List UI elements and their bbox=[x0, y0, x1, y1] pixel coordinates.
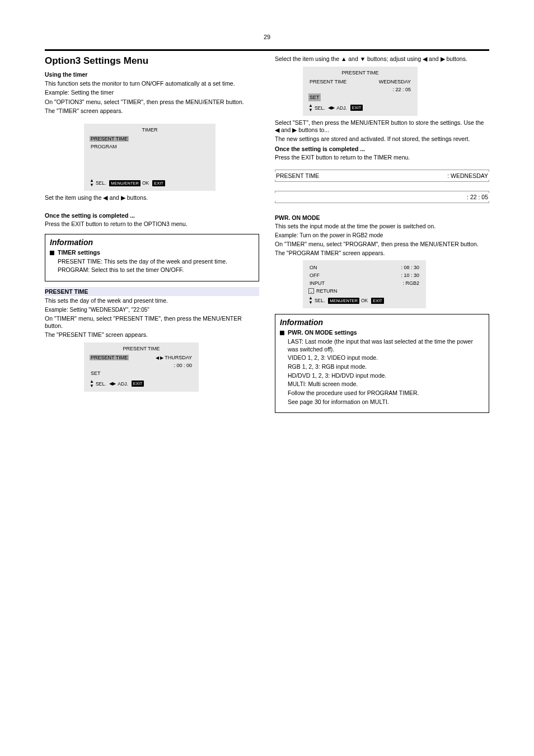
osd-hint-sel: SEL. bbox=[96, 381, 106, 387]
osd-hint-sel: SEL. bbox=[315, 298, 325, 303]
osd-row-selected: SET bbox=[308, 93, 412, 101]
osd-label: PRESENT TIME bbox=[308, 79, 346, 84]
info-heading: TIMER settings bbox=[58, 249, 227, 257]
left-column: Option3 Settings Menu Using the timer Th… bbox=[45, 55, 259, 413]
set-note: The new settings are stored and activate… bbox=[275, 135, 489, 143]
exit-btn-icon: EXIT bbox=[350, 105, 363, 111]
info-line: LAST: Last mode (the input that was last… bbox=[288, 338, 484, 353]
osd-value: : 22 : 05 bbox=[392, 87, 412, 92]
osd-row: : 22 : 05 bbox=[308, 86, 412, 93]
updown-icon: ▲▼ bbox=[308, 104, 313, 112]
info-box: Information PWR. ON MODE settings LAST: … bbox=[275, 314, 489, 413]
menu-enter-btn-icon: MENU/ENTER bbox=[328, 298, 359, 304]
set-note: Select "SET", then press the MENU/ENTER … bbox=[275, 119, 489, 134]
osd-row: : 00 : 00 bbox=[90, 361, 193, 369]
osd-row: PROGRAM bbox=[90, 143, 210, 151]
osd-row: OFF : 10 : 30 bbox=[308, 271, 420, 279]
osd-return-label: RETURN bbox=[316, 288, 338, 294]
osd-timer-menu: TIMER PRESENT TIME PROGRAM ▲▼SEL. MENU/E… bbox=[84, 124, 216, 191]
setting-label: PRESENT TIME bbox=[276, 172, 319, 179]
after-step-body: Press the EXIT button to return to the O… bbox=[45, 220, 259, 228]
osd-program-timer: ON : 08 : 30 OFF : 10 : 30 INPUT : RGB2 … bbox=[303, 260, 426, 308]
osd-hint-row: ▲▼SEL. ◀▶ADJ. EXIT bbox=[308, 104, 412, 112]
step-text: The "TIMER" screen appears. bbox=[45, 107, 259, 115]
exit-btn-icon: EXIT bbox=[132, 381, 144, 387]
osd-hint-adj: ADJ. bbox=[118, 381, 128, 387]
step-text: The "PROGRAM TIMER" screen appears. bbox=[275, 250, 489, 257]
step-text: On "TIMER" menu, select "PRESENT TIME", … bbox=[45, 315, 259, 330]
info-line: MULTI: Multi screen mode. bbox=[288, 381, 484, 388]
leftright-icon: ◀▶ bbox=[328, 106, 335, 110]
info-box: Information TIMER settings PRESENT TIME:… bbox=[45, 234, 259, 281]
osd-label: PRESENT TIME bbox=[90, 136, 129, 142]
osd-label: INPUT bbox=[308, 280, 325, 286]
example-line: Example: Turn on the power in RGB2 mode bbox=[275, 232, 489, 239]
step-text: Select the item using the ▲ and ▼ button… bbox=[275, 55, 489, 63]
after-step-body: Press the EXIT button to return to the T… bbox=[275, 154, 489, 162]
example-line: Example: Setting "WEDNESDAY", "22:05" bbox=[45, 306, 259, 313]
step-text: On "OPTION3" menu, select "TIMER", then … bbox=[45, 98, 259, 106]
after-step-head: Once the setting is completed ... bbox=[275, 145, 489, 153]
square-bullet-icon bbox=[50, 251, 54, 255]
osd-title: PRESENT TIME bbox=[90, 346, 193, 351]
osd-label: PROGRAM bbox=[90, 144, 117, 149]
info-line: HD/DVD 1, 2, 3: HD/DVD input mode. bbox=[288, 372, 484, 380]
osd-label: PRESENT TIME bbox=[90, 355, 129, 360]
updown-icon: ▲▼ bbox=[90, 379, 94, 388]
present-time-body: This sets the day of the week and presen… bbox=[45, 297, 259, 305]
info-line: PROGRAM: Select this to set the timer ON… bbox=[58, 266, 227, 274]
osd-row-selected: PRESENT TIME ◀ ▶ THURSDAY bbox=[90, 354, 193, 361]
updown-icon: ▲▼ bbox=[308, 296, 313, 305]
section-title: Option3 Settings Menu bbox=[45, 55, 259, 67]
osd-label: SET bbox=[90, 370, 101, 376]
osd-row: SET bbox=[90, 369, 193, 377]
manual-page: 29 Option3 Settings Menu Using the timer… bbox=[0, 0, 534, 756]
setting-value: : 22 : 05 bbox=[467, 194, 488, 200]
menu-enter-btn-icon: MENU/ENTER bbox=[109, 180, 140, 186]
osd-row: ON : 08 : 30 bbox=[308, 264, 420, 271]
osd-value: : RGB2 bbox=[402, 280, 420, 286]
osd-label: OFF bbox=[308, 273, 320, 278]
osd-hint-row: ▲▼SEL. MENU/ENTEROK EXIT bbox=[308, 296, 420, 305]
return-icon bbox=[308, 288, 314, 294]
info-line: PRESENT TIME: This sets the day of the w… bbox=[58, 258, 227, 266]
info-title: Information bbox=[280, 318, 484, 327]
osd-row-selected: PRESENT TIME bbox=[90, 135, 210, 143]
info-line: Follow the procedure used for PROGRAM TI… bbox=[288, 389, 484, 397]
pwm-head: PWR. ON MODE bbox=[275, 214, 489, 222]
two-column-layout: Option3 Settings Menu Using the timer Th… bbox=[45, 55, 489, 413]
osd-title: PRESENT TIME bbox=[308, 70, 412, 76]
square-bullet-icon bbox=[280, 331, 284, 335]
osd-value: : 08 : 30 bbox=[401, 265, 420, 270]
osd-label: SET bbox=[308, 93, 321, 101]
info-item: PWR. ON MODE settings LAST: Last mode (t… bbox=[280, 329, 484, 406]
timer-body: This function sets the monitor to turn O… bbox=[45, 80, 259, 88]
setting-value: : WEDNESDAY bbox=[447, 172, 488, 179]
osd-label: ON bbox=[308, 265, 317, 270]
info-title: Information bbox=[50, 238, 254, 247]
osd-hint-sel: SEL. bbox=[315, 105, 325, 111]
osd-return-row: RETURN bbox=[308, 288, 420, 294]
timer-subhead: Using the timer bbox=[45, 71, 259, 79]
leftright-icon: ◀▶ bbox=[109, 382, 116, 386]
info-heading: PWR. ON MODE settings bbox=[288, 329, 484, 337]
step-text: The "PRESENT TIME" screen appears. bbox=[45, 331, 259, 339]
right-column: Select the item using the ▲ and ▼ button… bbox=[275, 55, 489, 413]
setting-bracket-icon bbox=[275, 201, 489, 203]
info-line: See page 30 for information on MULTI. bbox=[288, 398, 484, 406]
present-time-head: PRESENT TIME bbox=[45, 287, 259, 296]
setting-line: : 22 : 05 bbox=[275, 193, 489, 201]
osd-value: WEDNESDAY bbox=[379, 79, 412, 84]
info-line: RGB 1, 2, 3: RGB input mode. bbox=[288, 363, 484, 371]
top-rule bbox=[45, 49, 489, 51]
osd-present-time-set: PRESENT TIME PRESENT TIME WEDNESDAY : 22… bbox=[303, 67, 418, 116]
info-item: TIMER settings PRESENT TIME: This sets t… bbox=[50, 249, 254, 274]
osd-value: : 10 : 30 bbox=[401, 273, 420, 278]
exit-btn-icon: EXIT bbox=[152, 180, 165, 186]
page-number: 29 bbox=[45, 34, 489, 40]
osd-row: INPUT : RGB2 bbox=[308, 279, 420, 287]
step-text: Set the item using the ◀ and ▶ buttons. bbox=[45, 194, 259, 202]
osd-value: ◀ ▶ THURSDAY bbox=[156, 355, 193, 360]
info-line: VIDEO 1, 2, 3: VIDEO input mode. bbox=[288, 354, 484, 362]
osd-hint-row: ▲▼SEL. MENU/ENTEROK EXIT bbox=[90, 179, 210, 187]
